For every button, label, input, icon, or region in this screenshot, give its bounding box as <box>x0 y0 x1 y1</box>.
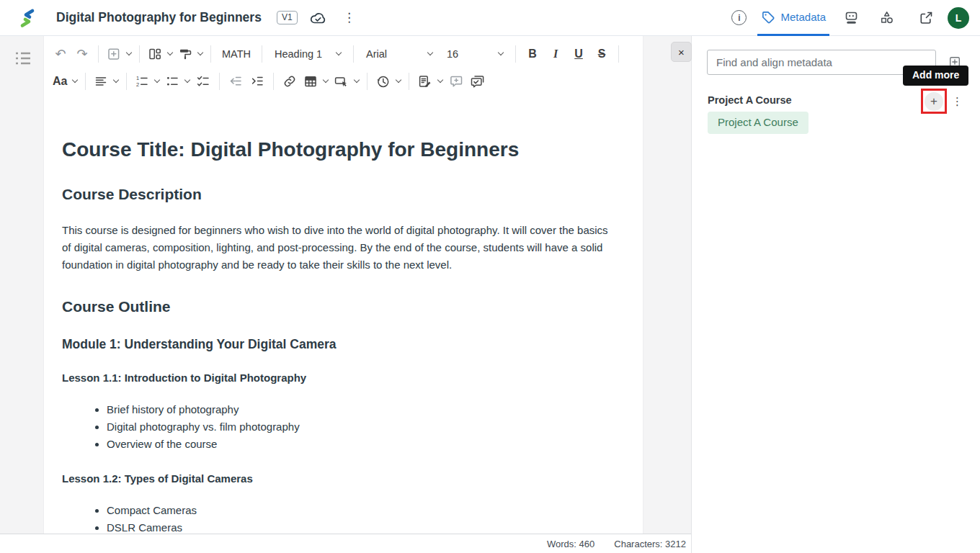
list-item[interactable]: Overview of the course <box>107 436 615 453</box>
avatar[interactable]: L <box>948 7 969 29</box>
numbered-list-button[interactable]: 1 2 <box>132 70 162 93</box>
add-more-tooltip: Add more <box>903 66 968 86</box>
metadata-search-input[interactable] <box>707 50 936 75</box>
doc-module1-heading[interactable]: Module 1: Understanding Your Digital Cam… <box>62 337 615 352</box>
list-item[interactable]: Brief history of photography <box>107 401 615 418</box>
underline-button[interactable]: U <box>567 42 590 66</box>
outdent-button[interactable] <box>225 70 246 93</box>
metadata-group-label: Project A Course <box>708 94 792 106</box>
add-comment-button[interactable] <box>445 70 467 93</box>
divider <box>85 73 86 90</box>
checklist-icon <box>196 74 210 89</box>
chevron-down-icon <box>72 77 78 83</box>
font-size-value: 16 <box>447 48 458 60</box>
doc-lesson11-heading[interactable]: Lesson 1.1: Introduction to Digital Phot… <box>62 372 615 384</box>
metadata-group-kebab-menu[interactable]: ⋮ <box>952 95 963 108</box>
button-cursor-icon <box>334 74 349 89</box>
block-style-value: Heading 1 <box>275 48 322 60</box>
outline-toggle-icon[interactable] <box>14 50 32 66</box>
redo-button[interactable]: ↷ <box>71 42 93 66</box>
svg-text:2: 2 <box>136 81 139 88</box>
undo-icon: ↶ <box>55 48 66 60</box>
doc-lesson12-list[interactable]: Compact Cameras DSLR Cameras <box>62 502 615 534</box>
doc-course-description-heading[interactable]: Course Description <box>62 186 615 203</box>
numbered-list-icon: 1 2 <box>135 74 149 89</box>
doc-description-paragraph[interactable]: This course is designed for beginners wh… <box>62 222 615 274</box>
header-actions: i Metadata <box>731 0 980 36</box>
chevron-down-icon <box>498 50 504 55</box>
chevron-down-icon <box>126 50 132 55</box>
indent-button[interactable] <box>246 70 268 93</box>
history-button[interactable] <box>373 70 404 93</box>
table-icon <box>303 74 318 89</box>
insert-plus-icon <box>107 47 121 61</box>
divider <box>98 45 99 63</box>
close-icon: × <box>678 46 685 58</box>
font-family-value: Arial <box>366 48 387 60</box>
metadata-tag[interactable]: Project A Course <box>708 112 808 134</box>
document-canvas[interactable]: Course Title: Digital Photography for Be… <box>44 96 643 534</box>
tab-metadata[interactable]: Metadata <box>757 0 829 36</box>
cloud-saved-icon <box>309 10 327 26</box>
shapes-icon[interactable] <box>879 10 894 25</box>
list-item[interactable]: Digital photography vs. film photography <box>107 418 615 436</box>
app-window: Digital Photography for Beginners V1 ⋮ i… <box>0 0 980 553</box>
link-button[interactable] <box>279 70 300 93</box>
doc-course-outline-heading[interactable]: Course Outline <box>62 298 615 315</box>
layout-button[interactable] <box>145 42 175 66</box>
align-button[interactable] <box>91 70 121 93</box>
text-style-button[interactable]: Aa <box>50 70 80 93</box>
align-icon <box>94 74 108 89</box>
format-painter-button[interactable] <box>175 42 205 66</box>
header-kebab-menu[interactable]: ⋮ <box>343 10 356 25</box>
history-icon <box>375 74 391 89</box>
bulleted-list-icon <box>165 74 179 89</box>
text-style-icon: Aa <box>53 75 67 88</box>
chevron-down-icon <box>336 50 342 55</box>
list-item[interactable]: DSLR Cameras <box>107 519 615 534</box>
chevron-down-icon <box>437 77 443 83</box>
document-title[interactable]: Digital Photography for Beginners <box>56 10 262 25</box>
resolved-comments-button[interactable] <box>467 70 489 93</box>
add-more-button[interactable]: + <box>925 92 943 111</box>
editor-toolbar: ↶ ↷ <box>44 36 643 96</box>
bold-button[interactable]: B <box>521 42 544 66</box>
editor-panel: ↶ ↷ <box>43 36 643 534</box>
checklist-button[interactable] <box>192 70 214 93</box>
bot-icon[interactable] <box>843 10 860 25</box>
table-button[interactable] <box>300 70 331 93</box>
font-size-dropdown[interactable]: 16 <box>440 42 510 66</box>
divider <box>367 73 368 90</box>
list-item[interactable]: Compact Cameras <box>107 502 615 519</box>
page-edit-icon <box>417 74 432 89</box>
app-logo-icon <box>17 7 37 29</box>
chevron-down-icon <box>184 77 190 83</box>
divider <box>273 73 274 90</box>
block-style-dropdown[interactable]: Heading 1 <box>267 42 348 66</box>
font-family-dropdown[interactable]: Arial <box>359 42 440 66</box>
info-icon[interactable]: i <box>731 10 747 25</box>
indent-icon <box>250 74 264 89</box>
italic-button[interactable]: I <box>544 42 567 66</box>
divider <box>139 45 140 63</box>
doc-course-title[interactable]: Course Title: Digital Photography for Be… <box>62 138 615 161</box>
document-edit-button[interactable] <box>414 70 445 93</box>
divider <box>515 45 516 63</box>
share-icon[interactable] <box>919 11 934 25</box>
strikethrough-button[interactable]: S <box>590 42 613 66</box>
insert-element-button[interactable] <box>104 42 134 66</box>
divider <box>219 73 220 90</box>
tag-icon <box>761 10 775 24</box>
divider <box>618 45 619 63</box>
doc-lesson12-heading[interactable]: Lesson 1.2: Types of Digital Cameras <box>62 472 615 485</box>
divider <box>353 45 354 63</box>
close-sidebar-button[interactable]: × <box>671 42 692 62</box>
math-button[interactable]: MATH <box>216 42 257 66</box>
undo-button[interactable]: ↶ <box>50 42 71 66</box>
doc-lesson11-list[interactable]: Brief history of photography Digital pho… <box>62 401 615 453</box>
bulleted-list-button[interactable] <box>162 70 192 93</box>
insert-button-element-button[interactable] <box>331 70 362 93</box>
toolbar-row-1: ↶ ↷ <box>50 40 640 68</box>
chevron-down-icon <box>354 77 360 83</box>
comment-add-icon <box>449 74 464 89</box>
